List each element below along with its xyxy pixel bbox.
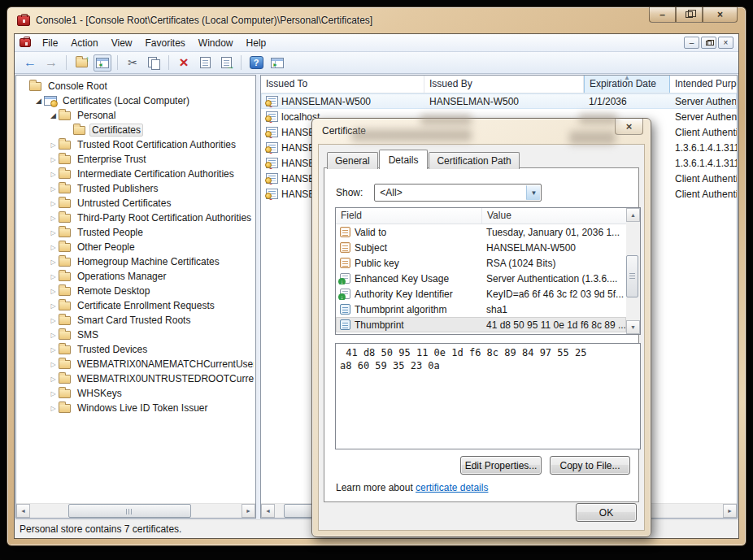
tree-item-console-root[interactable]: Console Root — [18, 79, 254, 93]
tree-item-whskeys[interactable]: ▷WHSKeys — [18, 386, 254, 401]
column-header-issued-to[interactable]: Issued To — [261, 76, 424, 93]
child-system-icon[interactable] — [20, 38, 31, 47]
tab-certification-path[interactable]: Certification Path — [429, 152, 519, 169]
tree-item-certificates-local-computer-[interactable]: ◢Certificates (Local Computer) — [18, 93, 254, 108]
collapsed-arrow-icon[interactable]: ▷ — [49, 288, 58, 295]
tree-item-trusted-devices[interactable]: ▷Trusted Devices — [18, 342, 254, 357]
collapsed-arrow-icon[interactable]: ▷ — [49, 390, 58, 397]
help-icon[interactable]: ? — [247, 54, 265, 72]
scroll-right-icon[interactable]: ► — [242, 504, 255, 518]
scroll-right-icon[interactable]: ► — [723, 504, 737, 518]
scroll-thumb[interactable] — [626, 255, 638, 297]
tab-details[interactable]: Details — [379, 150, 429, 169]
close-button[interactable]: × — [703, 7, 738, 23]
scroll-down-icon[interactable]: ▼ — [626, 320, 640, 334]
scroll-track[interactable] — [626, 222, 640, 320]
tree-item-other-people[interactable]: ▷Other People — [18, 240, 254, 254]
collapsed-arrow-icon[interactable]: ▷ — [49, 332, 58, 339]
tree-item-windows-live-id-token-issuer[interactable]: ▷Windows Live ID Token Issuer — [18, 401, 254, 415]
up-one-level-icon[interactable]: ↑ — [72, 54, 90, 72]
scroll-thumb[interactable] — [68, 504, 191, 518]
field-row-thumbprint[interactable]: Thumbprint41 d8 50 95 11 0e 1d f6 8c 89 … — [336, 317, 626, 332]
expanded-arrow-icon[interactable]: ◢ — [49, 111, 58, 119]
tree-item-trusted-root-certification-authorities[interactable]: ▷Trusted Root Certification Authorities — [18, 137, 254, 152]
title-bar[interactable]: Console1 - [Console Root\Certificates (L… — [7, 7, 746, 33]
tab-general[interactable]: General — [327, 152, 378, 169]
menu-window[interactable]: Window — [192, 36, 240, 50]
scroll-track[interactable] — [30, 504, 242, 518]
collapsed-arrow-icon[interactable]: ▷ — [49, 141, 58, 149]
tree-item-webmatrix0namematchcurrentuser[interactable]: ▷WEBMATRIX0NAMEMATCHCurrentUser — [18, 357, 254, 371]
minimize-button[interactable]: – — [649, 7, 676, 23]
child-restore-button[interactable] — [701, 37, 716, 49]
field-row-valid-to[interactable]: Valid toTuesday, January 01, 2036 1... — [336, 224, 626, 240]
dialog-close-button[interactable]: × — [615, 119, 643, 135]
show-dropdown[interactable]: <All> ▼ — [374, 184, 542, 202]
column-header-issued-by[interactable]: Issued By — [424, 76, 584, 93]
collapsed-arrow-icon[interactable]: ▷ — [49, 361, 58, 368]
menu-help[interactable]: Help — [240, 36, 273, 50]
collapsed-arrow-icon[interactable]: ▷ — [49, 346, 58, 354]
collapsed-arrow-icon[interactable]: ▷ — [49, 171, 58, 178]
chevron-down-icon[interactable]: ▼ — [526, 185, 540, 200]
tree-item-trusted-publishers[interactable]: ▷Trusted Publishers — [18, 181, 254, 196]
forward-icon[interactable]: → — [42, 54, 60, 72]
copy-to-file-button[interactable]: Copy to File... — [550, 456, 630, 475]
collapsed-arrow-icon[interactable]: ▷ — [49, 258, 58, 266]
tree-item-third-party-root-certification-authorities[interactable]: ▷Third-Party Root Certification Authorit… — [18, 211, 254, 225]
edit-properties-button[interactable]: Edit Properties... — [460, 456, 542, 475]
thumbprint-hex-view[interactable]: 41 d8 50 95 11 0e 1d f6 8c 89 84 97 55 2… — [335, 343, 641, 449]
child-minimize-button[interactable]: – — [684, 37, 699, 49]
tree-item-intermediate-certification-authorities[interactable]: ▷Intermediate Certification Authorities — [18, 167, 254, 181]
tree-horizontal-scrollbar[interactable]: ◄ ► — [16, 503, 255, 518]
tree-item-personal[interactable]: ◢Personal — [18, 108, 254, 123]
export-list-icon[interactable]: → — [217, 54, 235, 72]
field-row-public-key[interactable]: Public keyRSA (1024 Bits) — [336, 255, 626, 271]
certificate-row[interactable]: HANSELMAN-W500HANSELMAN-W5001/1/2036Serv… — [261, 93, 737, 109]
tree-item-untrusted-certificates[interactable]: ▷Untrusted Certificates — [18, 196, 254, 211]
back-icon[interactable]: ← — [21, 54, 39, 72]
collapsed-arrow-icon[interactable]: ▷ — [49, 244, 58, 251]
expanded-arrow-icon[interactable]: ◢ — [34, 97, 43, 105]
field-row-authority-key-identifier[interactable]: Authority Key IdentifierKeyID=a6 6f 46 3… — [336, 286, 626, 302]
show-window-icon[interactable]: ► — [268, 54, 286, 72]
tree-item-sms[interactable]: ▷SMS — [18, 328, 254, 342]
copy-icon[interactable] — [145, 54, 163, 72]
tree-item-enterprise-trust[interactable]: ▷Enterprise Trust — [18, 152, 254, 167]
collapsed-arrow-icon[interactable]: ▷ — [49, 185, 58, 193]
menu-file[interactable]: File — [36, 36, 64, 50]
collapsed-arrow-icon[interactable]: ▷ — [49, 200, 58, 207]
tree-item-smart-card-trusted-roots[interactable]: ▷Smart Card Trusted Roots — [18, 313, 254, 328]
restore-button[interactable] — [676, 7, 703, 23]
collapsed-arrow-icon[interactable]: ▷ — [49, 273, 58, 280]
field-row-enhanced-key-usage[interactable]: Enhanced Key UsageServer Authentication … — [336, 271, 626, 286]
field-row-subject[interactable]: SubjectHANSELMAN-W500 — [336, 240, 626, 255]
tree-item-certificates[interactable]: Certificates — [18, 123, 254, 137]
menu-action[interactable]: Action — [64, 36, 104, 50]
properties-icon[interactable] — [196, 54, 214, 72]
menu-view[interactable]: View — [105, 36, 139, 50]
tree-item-trusted-people[interactable]: ▷Trusted People — [18, 225, 254, 240]
scroll-left-icon[interactable]: ◄ — [16, 504, 30, 518]
tree-item-remote-desktop[interactable]: ▷Remote Desktop — [18, 284, 254, 298]
certificate-details-link[interactable]: certificate details — [416, 482, 488, 493]
menu-favorites[interactable]: Favorites — [139, 36, 192, 50]
tree-item-certificate-enrollment-requests[interactable]: ▷Certificate Enrollment Requests — [18, 298, 254, 313]
collapsed-arrow-icon[interactable]: ▷ — [49, 302, 58, 310]
scroll-up-icon[interactable]: ▲ — [626, 208, 640, 222]
child-close-button[interactable]: × — [718, 37, 733, 49]
collapsed-arrow-icon[interactable]: ▷ — [49, 156, 58, 163]
tree-item-homegroup-machine-certificates[interactable]: ▷Homegroup Machine Certificates — [18, 254, 254, 269]
collapsed-arrow-icon[interactable]: ▷ — [49, 229, 58, 237]
field-column-header-value[interactable]: Value — [482, 208, 628, 224]
field-row-thumbprint-algorithm[interactable]: Thumbprint algorithmsha1 — [336, 302, 626, 317]
collapsed-arrow-icon[interactable]: ▷ — [49, 376, 58, 383]
cut-icon[interactable]: ✂ — [124, 54, 141, 72]
field-column-header-field[interactable]: Field — [336, 208, 482, 224]
show-console-tree-icon[interactable]: ◄ — [94, 54, 111, 72]
field-list-scrollbar[interactable]: ▲ ▼ — [626, 208, 640, 334]
tree-item-webmatrix0untrustedrootcurrentuser[interactable]: ▷WEBMATRIX0UNTRUSTEDROOTCurrentUser — [18, 371, 254, 386]
tree-item-operations-manager[interactable]: ▷Operations Manager — [18, 269, 254, 284]
collapsed-arrow-icon[interactable]: ▷ — [49, 317, 58, 324]
collapsed-arrow-icon[interactable]: ▷ — [49, 405, 58, 412]
